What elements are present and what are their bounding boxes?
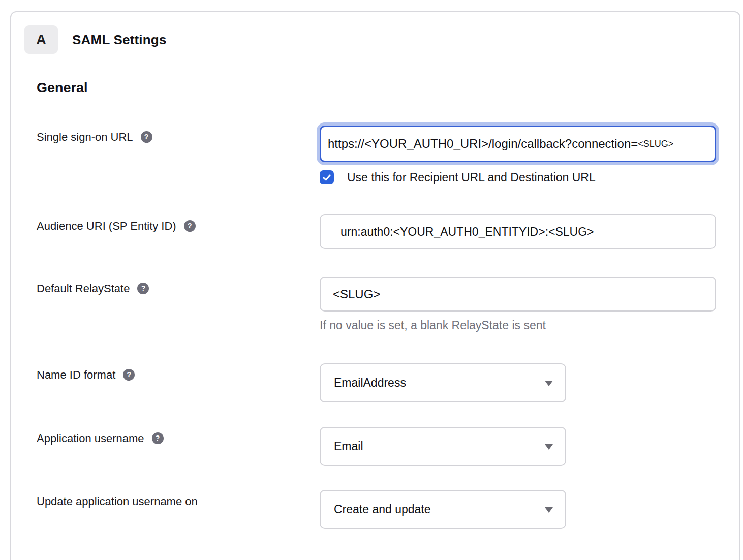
caret-down-icon [545, 507, 553, 513]
application-username-value: Email [334, 440, 363, 453]
help-icon[interactable]: ? [137, 283, 149, 294]
application-username-select[interactable]: Email [320, 427, 566, 466]
default-relaystate-control: <SLUG> If no value is set, a blank Relay… [320, 277, 716, 332]
panel-title: SAML Settings [72, 32, 167, 48]
update-application-username-control: Create and update [320, 490, 566, 529]
caret-down-icon [545, 444, 553, 450]
update-application-username-value: Create and update [334, 503, 431, 516]
recipient-url-checkbox[interactable] [320, 170, 334, 184]
single-sign-on-url-control: https://<YOUR_AUTH0_URI>/login/callback?… [320, 126, 716, 184]
update-application-username-label: Update application username on [37, 495, 198, 508]
page: A SAML Settings General Single sign-on U… [0, 0, 743, 560]
saml-settings-panel: A SAML Settings General Single sign-on U… [10, 11, 740, 560]
help-icon[interactable]: ? [123, 369, 135, 381]
recipient-url-checkbox-row: Use this for Recipient URL and Destinati… [320, 170, 716, 184]
audience-uri-label: Audience URI (SP Entity ID) ? [37, 220, 196, 233]
name-id-format-select[interactable]: EmailAddress [320, 363, 566, 402]
help-icon[interactable]: ? [141, 131, 152, 143]
help-icon[interactable]: ? [152, 432, 164, 444]
name-id-format-label: Name ID format ? [37, 368, 135, 382]
section-badge: A [24, 25, 58, 54]
relaystate-helper-text: If no value is set, a blank RelayState i… [320, 319, 716, 332]
application-username-label: Application username ? [37, 432, 164, 445]
single-sign-on-url-label: Single sign-on URL ? [37, 131, 152, 144]
checkmark-icon [322, 172, 332, 182]
update-application-username-select[interactable]: Create and update [320, 490, 566, 529]
panel-header: A SAML Settings [24, 25, 167, 54]
section-title-general: General [37, 80, 88, 96]
default-relaystate-input[interactable]: <SLUG> [320, 277, 716, 312]
caret-down-icon [545, 381, 553, 386]
name-id-format-value: EmailAddress [334, 376, 406, 390]
audience-uri-input[interactable]: urn:auth0:<YOUR_AUTH0_ENTITYID>:<SLUG> [320, 214, 716, 249]
default-relaystate-label: Default RelayState ? [37, 282, 149, 295]
name-id-format-control: EmailAddress [320, 363, 566, 402]
audience-uri-control: urn:auth0:<YOUR_AUTH0_ENTITYID>:<SLUG> [320, 214, 716, 249]
application-username-control: Email [320, 427, 566, 466]
recipient-url-checkbox-label: Use this for Recipient URL and Destinati… [347, 171, 596, 184]
help-icon[interactable]: ? [184, 220, 196, 232]
single-sign-on-url-input[interactable]: https://<YOUR_AUTH0_URI>/login/callback?… [320, 126, 716, 162]
